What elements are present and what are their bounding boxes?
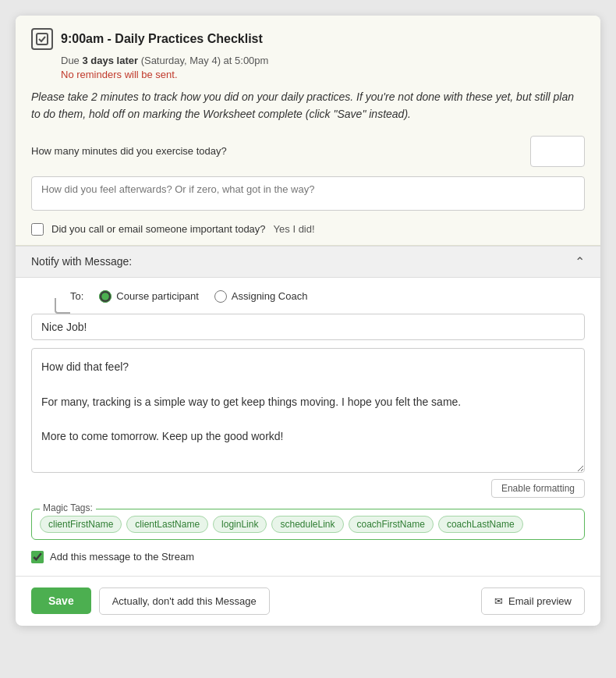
checklist-icon bbox=[31, 28, 53, 50]
radio-participant-label: Course participant bbox=[116, 290, 199, 302]
checklist-header: 9:00am - Daily Practices Checklist bbox=[31, 28, 585, 50]
email-preview-button[interactable]: ✉ Email preview bbox=[481, 587, 585, 615]
magic-tag[interactable]: coachFirstName bbox=[349, 516, 434, 533]
notify-body: To: Course participant Assigning Coach H… bbox=[16, 278, 600, 577]
call-label: Did you call or email someone important … bbox=[51, 223, 266, 235]
radio-coach-option[interactable]: Assigning Coach bbox=[214, 290, 308, 303]
due-prefix: Due bbox=[61, 55, 82, 66]
to-label: To: bbox=[70, 290, 83, 302]
due-suffix: (Saturday, May 4) at 5:00pm bbox=[138, 55, 268, 66]
stream-checkbox[interactable] bbox=[31, 551, 44, 563]
svg-rect-0 bbox=[37, 34, 48, 44]
call-row: Did you call or email someone important … bbox=[31, 223, 585, 236]
subject-input[interactable] bbox=[31, 314, 585, 340]
description-text: Please take 2 minutes to track how you d… bbox=[31, 88, 585, 123]
radio-participant-input[interactable] bbox=[99, 290, 112, 303]
magic-tags-container: Magic Tags: clientFirstNameclientLastNam… bbox=[31, 509, 585, 540]
top-section: 9:00am - Daily Practices Checklist Due 3… bbox=[16, 16, 600, 246]
yes-label: Yes I did! bbox=[274, 223, 315, 235]
no-reminders-text: No reminders will be sent. bbox=[61, 69, 585, 80]
cancel-button[interactable]: Actually, don't add this Message bbox=[99, 587, 270, 615]
magic-tag[interactable]: clientFirstName bbox=[40, 516, 122, 533]
to-row: To: Course participant Assigning Coach bbox=[70, 290, 585, 303]
email-icon: ✉ bbox=[494, 595, 503, 607]
magic-tags-list: clientFirstNameclientLastNameloginLinksc… bbox=[40, 516, 576, 533]
due-bold: 3 days later bbox=[82, 55, 138, 66]
enable-formatting-button[interactable]: Enable formatting bbox=[491, 479, 585, 498]
message-textarea[interactable]: How did that feel? For many, tracking is… bbox=[31, 348, 585, 473]
checklist-title: 9:00am - Daily Practices Checklist bbox=[61, 32, 263, 46]
chevron-up-icon: ⌃ bbox=[575, 254, 585, 269]
minutes-input[interactable] bbox=[530, 136, 585, 167]
notify-arrow-container: To: Course participant Assigning Coach bbox=[55, 290, 585, 303]
notify-section-label: Notify with Message: bbox=[31, 255, 132, 268]
stream-label: Add this message to the Stream bbox=[50, 551, 194, 563]
radio-coach-input[interactable] bbox=[214, 290, 227, 303]
magic-tag[interactable]: clientLastName bbox=[126, 516, 208, 533]
formatting-row: Enable formatting bbox=[31, 479, 585, 498]
magic-tag[interactable]: loginLink bbox=[213, 516, 267, 533]
feeling-textarea[interactable] bbox=[31, 176, 585, 211]
magic-tags-legend: Magic Tags: bbox=[40, 502, 96, 513]
notify-header[interactable]: Notify with Message: ⌃ bbox=[16, 246, 600, 278]
call-checkbox[interactable] bbox=[31, 223, 44, 236]
radio-participant-option[interactable]: Course participant bbox=[99, 290, 199, 303]
stream-row: Add this message to the Stream bbox=[31, 551, 585, 563]
footer: Save Actually, don't add this Message ✉ … bbox=[16, 577, 600, 626]
email-preview-label: Email preview bbox=[508, 595, 572, 607]
magic-tag[interactable]: scheduleLink bbox=[271, 516, 343, 533]
main-card: 9:00am - Daily Practices Checklist Due 3… bbox=[16, 16, 600, 626]
magic-tag[interactable]: coachLastName bbox=[438, 516, 523, 533]
exercise-label: How many minutes did you exercise today? bbox=[31, 145, 518, 157]
radio-coach-label: Assigning Coach bbox=[232, 290, 308, 302]
save-button[interactable]: Save bbox=[31, 587, 91, 614]
exercise-row: How many minutes did you exercise today? bbox=[31, 136, 585, 167]
due-line: Due 3 days later (Saturday, May 4) at 5:… bbox=[61, 55, 585, 66]
